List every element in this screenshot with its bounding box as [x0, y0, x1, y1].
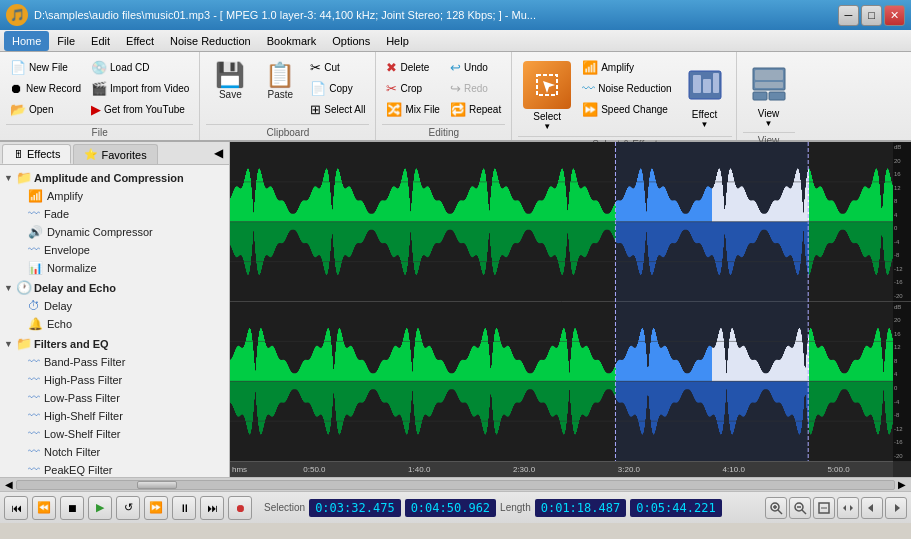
delay-group-header[interactable]: ▼ 🕐 Delay and Echo	[0, 278, 229, 297]
zoom-fit-btn[interactable]	[813, 497, 835, 519]
high-pass-icon: 〰	[28, 373, 40, 387]
delete-button[interactable]: ✖ Delete	[382, 58, 443, 77]
load-cd-label: Load CD	[110, 62, 149, 73]
selection-end-value: 0:04:50.962	[405, 499, 496, 517]
zoom-selection-btn[interactable]	[837, 497, 859, 519]
peakeq-label: PeakEQ Filter	[44, 464, 112, 476]
transport-loop[interactable]: ↺	[116, 496, 140, 520]
import-video-button[interactable]: 🎬 Import from Video	[87, 79, 193, 98]
select-all-button[interactable]: ⊞ Select All	[306, 100, 369, 119]
timeline-3-20: 3:20.0	[576, 465, 681, 474]
filters-group-header[interactable]: ▼ 📁 Filters and EQ	[0, 334, 229, 353]
tab-effects[interactable]: 🎚 Effects	[2, 144, 71, 164]
menu-help[interactable]: Help	[378, 31, 417, 51]
close-button[interactable]: ✕	[884, 5, 905, 26]
window-controls: ─ □ ✕	[838, 5, 905, 26]
zoom-out-btn[interactable]	[789, 497, 811, 519]
zoom-selection-icon	[841, 501, 855, 515]
effect-icon-area	[683, 61, 727, 109]
menu-edit[interactable]: Edit	[83, 31, 118, 51]
scroll-left-zoom-btn[interactable]	[861, 497, 883, 519]
crop-button[interactable]: ✂ Crop	[382, 79, 443, 98]
undo-label: Undo	[464, 62, 488, 73]
paste-button[interactable]: 📋 Paste	[256, 58, 304, 105]
effect-button[interactable]: Effect ▼	[678, 58, 732, 132]
horizontal-scrollbar[interactable]: ◀ ▶	[0, 477, 911, 491]
redo-button[interactable]: ↪ Redo	[446, 79, 505, 98]
tab-favorites[interactable]: ⭐ Favorites	[73, 144, 157, 164]
scroll-right-btn[interactable]: ▶	[895, 478, 909, 492]
waveform-canvas[interactable]	[230, 142, 893, 461]
undo-icon: ↩	[450, 60, 461, 75]
speed-change-button[interactable]: ⏩ Speed Change	[578, 100, 675, 119]
menu-bar: Home File Edit Effect Noise Reduction Bo…	[0, 30, 911, 52]
amplify-button[interactable]: 📶 Amplify	[578, 58, 675, 77]
amplify-label: Amplify	[601, 62, 634, 73]
low-pass-item[interactable]: 〰 Low-Pass Filter	[0, 389, 229, 407]
select-label: Select	[533, 111, 561, 122]
normalize-item[interactable]: 📊 Normalize	[0, 259, 229, 277]
menu-file[interactable]: File	[49, 31, 83, 51]
transport-record[interactable]: ⏺	[228, 496, 252, 520]
mix-file-button[interactable]: 🔀 Mix File	[382, 100, 443, 119]
noise-reduction-button[interactable]: 〰 Noise Reduction	[578, 79, 675, 98]
fade-item[interactable]: 〰 Fade	[0, 205, 229, 223]
transport-goto-start[interactable]: ⏮	[4, 496, 28, 520]
menu-effect[interactable]: Effect	[118, 31, 162, 51]
filters-group: ▼ 📁 Filters and EQ 〰 Band-Pass Filter 〰 …	[0, 334, 229, 477]
scrollbar-thumb[interactable]	[137, 481, 177, 489]
ribbon-group-view: View ▼ View	[737, 52, 801, 140]
dynamic-compressor-item[interactable]: 🔊 Dynamic Compressor	[0, 223, 229, 241]
amplitude-expand-icon: ▼	[4, 173, 14, 183]
menu-home[interactable]: Home	[4, 31, 49, 51]
sidebar-nav-btn[interactable]: ◀	[209, 144, 227, 162]
notch-item[interactable]: 〰 Notch Filter	[0, 443, 229, 461]
band-pass-item[interactable]: 〰 Band-Pass Filter	[0, 353, 229, 371]
amplitude-group-header[interactable]: ▼ 📁 Amplitude and Compression	[0, 168, 229, 187]
save-button[interactable]: 💾 Save	[206, 58, 254, 105]
minimize-button[interactable]: ─	[838, 5, 859, 26]
open-button[interactable]: 📂 Open	[6, 100, 85, 119]
svg-rect-7	[755, 70, 783, 80]
amplitude-group-label: Amplitude and Compression	[34, 172, 184, 184]
transport-pause[interactable]: ⏸	[172, 496, 196, 520]
select-button[interactable]: Select ▼	[518, 58, 576, 134]
view-button[interactable]: View ▼	[743, 58, 795, 130]
echo-item[interactable]: 🔔 Echo	[0, 315, 229, 333]
transport-fast-forward[interactable]: ⏩	[144, 496, 168, 520]
echo-item-label: Echo	[47, 318, 72, 330]
waveform-area[interactable]: dB 20 16 12 8 4 0 -4 -8 -12 -16 -20 dB 2…	[230, 142, 911, 477]
cut-button[interactable]: ✂ Cut	[306, 58, 369, 77]
high-pass-item[interactable]: 〰 High-Pass Filter	[0, 371, 229, 389]
menu-options[interactable]: Options	[324, 31, 378, 51]
menu-noise-reduction[interactable]: Noise Reduction	[162, 31, 259, 51]
mix-file-label: Mix File	[405, 104, 439, 115]
maximize-button[interactable]: □	[861, 5, 882, 26]
scrollbar-track[interactable]	[16, 480, 895, 490]
low-shelf-item[interactable]: 〰 Low-Shelf Filter	[0, 425, 229, 443]
delay-item[interactable]: ⏱ Delay	[0, 297, 229, 315]
transport-goto-end[interactable]: ⏭	[200, 496, 224, 520]
fade-item-label: Fade	[44, 208, 69, 220]
view-icon-area	[747, 60, 791, 108]
menu-bookmark[interactable]: Bookmark	[259, 31, 325, 51]
transport-stop[interactable]: ⏹	[60, 496, 84, 520]
envelope-item[interactable]: 〰 Envelope	[0, 241, 229, 259]
new-record-button[interactable]: ⏺ New Record	[6, 79, 85, 98]
scroll-left-btn[interactable]: ◀	[2, 478, 16, 492]
repeat-button[interactable]: 🔁 Repeat	[446, 100, 505, 119]
new-file-button[interactable]: 📄 New File	[6, 58, 85, 77]
title-bar: 🎵 D:\samples\audio files\music01.mp3 - […	[0, 0, 911, 30]
peakeq-item[interactable]: 〰 PeakEQ Filter	[0, 461, 229, 477]
transport-play[interactable]: ▶	[88, 496, 112, 520]
zoom-in-btn[interactable]	[765, 497, 787, 519]
load-cd-button[interactable]: 💿 Load CD	[87, 58, 193, 77]
scroll-right-zoom-btn[interactable]	[885, 497, 907, 519]
delete-icon: ✖	[386, 60, 397, 75]
amplify-item[interactable]: 📶 Amplify	[0, 187, 229, 205]
transport-rewind[interactable]: ⏪	[32, 496, 56, 520]
high-shelf-item[interactable]: 〰 High-Shelf Filter	[0, 407, 229, 425]
get-youtube-button[interactable]: ▶ Get from YouTube	[87, 100, 193, 119]
copy-button[interactable]: 📄 Copy	[306, 79, 369, 98]
undo-button[interactable]: ↩ Undo	[446, 58, 505, 77]
